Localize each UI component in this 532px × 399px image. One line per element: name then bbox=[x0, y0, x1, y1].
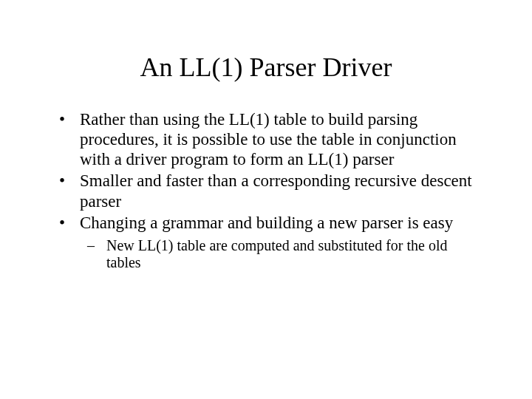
bullet-item: Changing a grammar and building a new pa… bbox=[53, 213, 485, 272]
bullet-item: Rather than using the LL(1) table to bui… bbox=[53, 109, 485, 169]
bullet-item: Smaller and faster than a corresponding … bbox=[53, 171, 485, 211]
slide-body: Rather than using the LL(1) table to bui… bbox=[53, 109, 485, 272]
slide: An LL(1) Parser Driver Rather than using… bbox=[0, 52, 532, 399]
sub-bullet-list: New LL(1) table are computed and substit… bbox=[80, 237, 485, 272]
slide-title: An LL(1) Parser Driver bbox=[0, 52, 532, 83]
bullet-list: Rather than using the LL(1) table to bui… bbox=[53, 109, 485, 272]
bullet-text: Changing a grammar and building a new pa… bbox=[80, 214, 453, 232]
sub-bullet-item: New LL(1) table are computed and substit… bbox=[80, 237, 485, 272]
